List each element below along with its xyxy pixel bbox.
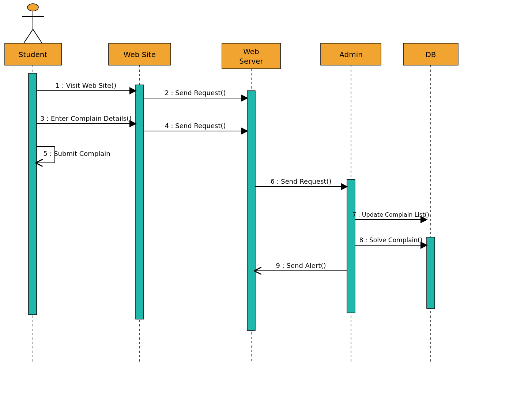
- activation-admin: [347, 179, 355, 313]
- activation-student: [29, 73, 37, 315]
- message-7: 7 : Update Complain List(): [352, 211, 429, 220]
- message-6: 6 : Send Request(): [255, 177, 347, 187]
- message-4-label: 4 : Send Request(): [165, 122, 226, 130]
- message-8-label: 8 : Solve Complain(): [359, 236, 423, 244]
- message-7-label: 7 : Update Complain List(): [352, 211, 429, 218]
- sequence-diagram: Student Web Site Web Server Admin DB 1 :…: [0, 0, 532, 400]
- message-1: 1 : Visit Web Site(): [37, 82, 136, 91]
- activation-webserver: [247, 91, 255, 330]
- message-9-label: 9 : Send Alert(): [276, 262, 326, 269]
- activation-website: [136, 85, 144, 319]
- lifeline-webserver-label-2: Server: [239, 57, 263, 66]
- message-8: 8 : Solve Complain(): [355, 236, 427, 245]
- message-3-label: 3 : Enter Complain Details(): [40, 115, 132, 122]
- message-1-label: 1 : Visit Web Site(): [56, 82, 117, 89]
- message-5: 5 : Submit Complain: [37, 146, 110, 163]
- message-4: 4 : Send Request(): [144, 122, 247, 131]
- svg-line-4: [33, 29, 42, 43]
- activation-db: [427, 237, 435, 309]
- message-2-label: 2 : Send Request(): [165, 89, 226, 97]
- lifeline-student-label: Student: [19, 50, 48, 59]
- svg-point-0: [27, 4, 38, 11]
- actor-student-icon: [22, 4, 44, 43]
- lifeline-db-label: DB: [425, 50, 436, 59]
- message-9: 9 : Send Alert(): [255, 262, 347, 271]
- message-6-label: 6 : Send Request(): [270, 177, 331, 185]
- svg-line-3: [24, 29, 33, 43]
- lifeline-website-label: Web Site: [124, 50, 156, 59]
- lifeline-db: DB: [403, 43, 458, 362]
- lifeline-admin-label: Admin: [339, 50, 363, 59]
- message-2: 2 : Send Request(): [144, 89, 247, 98]
- message-5-label: 5 : Submit Complain: [43, 150, 110, 157]
- message-3: 3 : Enter Complain Details(): [37, 115, 136, 124]
- lifeline-webserver-label-1: Web: [243, 47, 259, 56]
